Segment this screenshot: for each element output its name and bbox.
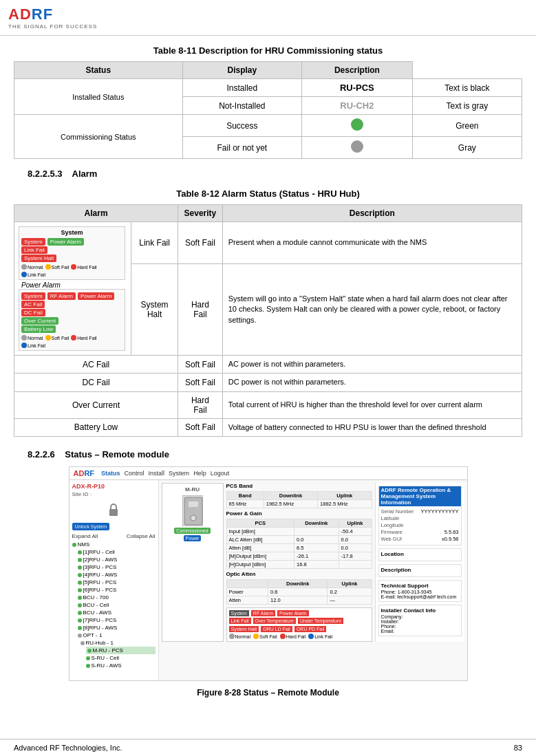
legend-hard: Hard Fail	[280, 634, 305, 639]
alarm-legend-2: Normal Soft Fail Hard Fail Link Fail	[21, 335, 122, 348]
table811-title: Table 8-11 Description for HRU Commissio…	[14, 45, 522, 56]
system-halt-severity: Hard Fail	[178, 264, 223, 356]
legend-normal: Normal	[229, 634, 251, 639]
pg-mout-label: [M]Output [dBm]	[226, 552, 294, 561]
power-gain-table: PCSDownlinkUplink Input [dBm]-50.4 ALC A…	[226, 519, 372, 569]
tree-2rfu-aws[interactable]: [2]RFU - AWS	[78, 556, 156, 563]
desc-gray: Gray	[412, 137, 522, 159]
installer-phone: Phone:	[381, 624, 459, 629]
table-row-battery-low: Battery Low Soft Fail Voltage of battery…	[14, 418, 522, 436]
desc-text-gray: Text is gray	[412, 97, 522, 115]
device-svg	[183, 496, 204, 527]
rm-logo: ADRF	[74, 469, 95, 477]
rm-info-title-bar: ADRF Remote Operation & Management Syste…	[379, 486, 461, 506]
tree-8rfu-aws[interactable]: [8]RFU - AWS	[78, 624, 156, 631]
pa-system-btn: System	[21, 292, 45, 300]
power-gain-title: Power & Gain	[226, 510, 372, 517]
tree-bcu-cell[interactable]: BCU - Cell	[78, 601, 156, 609]
field-lat: Latitude	[381, 515, 459, 521]
system-halt-label: System Halt	[131, 264, 178, 356]
tree-indent-opt1: OPT - 1	[72, 631, 156, 639]
tree-opt1[interactable]: OPT - 1	[78, 631, 156, 639]
rm-unlock-btn-row: Unlock System	[72, 523, 156, 530]
adrf-logo: ADRF	[8, 6, 53, 23]
menu-install[interactable]: Install	[149, 470, 165, 477]
pg-alc-dl: 0.0	[294, 536, 339, 544]
tree-bcu-700[interactable]: BCU - 700	[78, 594, 156, 601]
tree-sru-aws[interactable]: S-RU - AWS	[86, 662, 156, 669]
rm-alarm-panel: System RF Alarm Power Alarm Link Fail Ov…	[226, 607, 372, 642]
tech-phone: Phone: 1-800-313-9345	[381, 590, 459, 594]
menu-control[interactable]: Control	[125, 470, 144, 477]
table-812: Alarm Severity Description System System…	[14, 204, 522, 437]
pcs-dl-val: 1962.5 MHz	[264, 500, 317, 508]
tree-6rfu-pcs[interactable]: [6]RFU - PCS	[78, 586, 156, 594]
tree-1rfu-cell[interactable]: [1]RFU - Cell	[78, 548, 156, 556]
webgui-label: Web GUI	[381, 536, 403, 542]
dc-fail-desc: DC power is not within parameters.	[222, 374, 522, 391]
pg-atten-label: Atten [dB]	[226, 544, 294, 552]
table-row: Installed Status Installed RU-PCS Text i…	[14, 79, 522, 97]
oa-col-blank	[226, 580, 268, 588]
tree-indent-1rfu-cell: [1]RFU - Cell	[72, 548, 156, 556]
long-label: Longitude	[381, 522, 404, 528]
rm-unlock-btn[interactable]: Unlock System	[72, 523, 110, 530]
menu-system[interactable]: System	[169, 470, 189, 477]
tree-indent-mru-pcs: M-RU - PCS	[72, 647, 156, 654]
rm-info-section: ADRF Remote Operation & Management Syste…	[378, 486, 462, 546]
alarm-over-temp: Over Temperature	[253, 618, 296, 624]
tree-indent-2rfu-aws: [2]RFU - AWS	[72, 556, 156, 563]
pg-alc-ul: 0.0	[339, 536, 372, 544]
pa-dc-fail: DC Fail	[21, 309, 122, 316]
alarm-power-tab[interactable]: Power Alarm	[277, 610, 309, 616]
rm-topbar: ADRF Status Control Install System Help …	[69, 467, 467, 480]
main-content: Table 8-11 Description for HRU Commissio…	[0, 45, 536, 698]
power-badge: Power	[184, 535, 202, 541]
tree-indent-sru-aws: S-RU - AWS	[72, 662, 156, 669]
over-current-severity: Hard Fail	[178, 391, 223, 418]
oa-atten-ul: —	[328, 596, 372, 605]
tree-4rfu-aws[interactable]: [4]RFU - AWS	[78, 571, 156, 579]
alarm-sys-tab[interactable]: System	[229, 610, 249, 616]
link-fail-desc: Present when a module cannot communicate…	[222, 222, 522, 264]
rm-device-card-title: M-RU	[185, 486, 200, 493]
menu-status[interactable]: Status	[101, 470, 120, 477]
alarm-rf-tab[interactable]: RF Alarm	[251, 610, 275, 616]
pcs-ul-val: 1882.5 MHz	[318, 500, 372, 508]
alarm-under-temp: Under Temperature	[298, 618, 343, 624]
tree-5rfu-pcs[interactable]: [5]RFU - PCS	[78, 579, 156, 586]
tree-sru-cell[interactable]: S-RU - Cell	[86, 654, 156, 662]
collapse-all-btn[interactable]: Collapse All	[127, 533, 156, 539]
menu-logout[interactable]: Logout	[211, 470, 230, 477]
rm-ui: ADRF Status Control Install System Help …	[69, 467, 467, 680]
pg-atten-ul: 0.0	[339, 544, 372, 552]
tree-indent-bcu-700: BCU - 700	[72, 594, 156, 601]
over-current-label: Over Current	[14, 391, 178, 418]
rm-tree: NMS [1]RFU - Cell [2]RFU - AWS [3]RFU - …	[72, 541, 156, 669]
dc-fail-label: DC Fail	[14, 374, 178, 391]
system-halt-btn: System Halt	[21, 255, 56, 262]
menu-help[interactable]: Help	[193, 470, 206, 477]
figure-caption: Figure 8-28 Status – Remote Module	[14, 688, 522, 698]
rm-tables-panel: PCS Band BandDownlinkUplink 65 MHz 1962.…	[226, 483, 372, 642]
display-ru-ch2: RU-CH2	[302, 97, 413, 115]
pg-col-pcs: PCS	[226, 519, 294, 528]
tree-bcu-aws[interactable]: BCU - AWS	[78, 609, 156, 616]
optic-atten-title: Optic Atten	[226, 571, 372, 577]
not-installed-value: Not-Installed	[182, 97, 302, 115]
tree-mru-pcs[interactable]: M-RU - PCS	[86, 647, 156, 654]
pcs-row: 65 MHz 1962.5 MHz 1882.5 MHz	[226, 500, 372, 508]
expand-all-btn[interactable]: Expand All	[72, 533, 98, 539]
rm-tech-support-section: Technical Support Phone: 1-800-313-9345 …	[378, 580, 462, 602]
power-alarm-screenshot: System RF Alarm Power Alarm AC Fail DC F…	[19, 289, 125, 351]
tree-3rfu-pcs[interactable]: [3]RFU - PCS	[78, 563, 156, 571]
tree-7rfu-pcs[interactable]: [7]RFU - PCS	[78, 616, 156, 624]
pg-row-atten: Atten [dB]6.50.0	[226, 544, 372, 552]
rm-device-icon	[182, 495, 203, 526]
battery-low-severity: Soft Fail	[178, 418, 223, 436]
lock-icon	[104, 500, 123, 519]
table-row-dc-fail: DC Fail Soft Fail DC power is not within…	[14, 374, 522, 391]
ss-link-fail-row: Link Fail	[21, 246, 122, 254]
tree-ruhub1[interactable]: RU-Hub - 1	[81, 639, 156, 647]
alarm-sys-halt: System Halt	[229, 626, 259, 632]
